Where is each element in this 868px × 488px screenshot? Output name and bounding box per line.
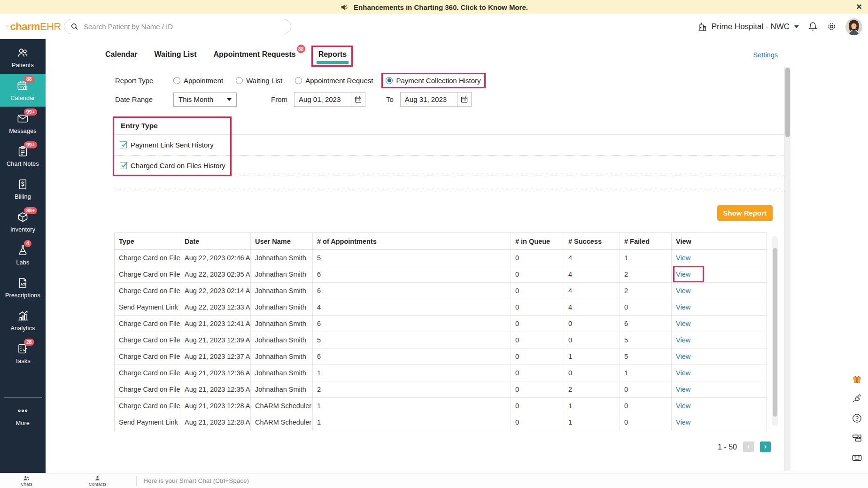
to-date-field [400, 92, 472, 107]
column-header: # Success [564, 233, 620, 250]
panels-icon[interactable] [852, 433, 862, 443]
cell-in_queue: 0 [511, 381, 564, 398]
plug-icon[interactable] [852, 393, 862, 404]
help-icon[interactable] [852, 413, 862, 424]
tab-waiting-list[interactable]: Waiting List [154, 49, 197, 60]
cell-failed: 1 [620, 365, 672, 381]
cell-in_queue: 0 [511, 283, 564, 299]
tasks-icon: 28 [16, 342, 29, 355]
view-link[interactable]: View [676, 336, 690, 344]
sidebar-item-more[interactable]: More [0, 399, 46, 432]
cell-appointments: 6 [313, 266, 511, 283]
scrollbar-thumb[interactable] [785, 68, 790, 137]
chats-dock-button[interactable]: Chats [21, 475, 32, 487]
radio-appointment[interactable]: Appointment [173, 77, 223, 85]
view-link[interactable]: View [676, 254, 690, 262]
tab-reports[interactable]: Reports [318, 49, 347, 60]
divider [136, 476, 137, 486]
sidebar-item-prescriptions[interactable]: RxPrescriptions [0, 271, 46, 304]
cell-date: Aug 22, 2023 02:14 AM [180, 283, 251, 299]
user-avatar[interactable] [845, 18, 862, 35]
sidebar-item-labs[interactable]: 4Labs [0, 238, 46, 271]
chevron-down-icon [227, 98, 232, 101]
prev-page-button[interactable] [743, 442, 754, 452]
view-link[interactable]: View [676, 418, 690, 426]
cell-view: View [672, 349, 767, 365]
table-row: Charge Card on FileAug 22, 2023 02:35 AM… [115, 266, 767, 283]
cell-date: Aug 21, 2023 12:41 AM [180, 316, 251, 332]
analytics-icon [16, 310, 29, 322]
gift-icon[interactable] [852, 373, 862, 384]
tab-calendar[interactable]: Calendar [105, 49, 138, 60]
calendar-picker-icon[interactable] [457, 93, 471, 106]
view-link[interactable]: View [676, 369, 690, 377]
date-range-select[interactable]: This Month [173, 93, 237, 107]
settings-link[interactable]: Settings [753, 51, 778, 59]
radio-icon [236, 77, 243, 84]
keyboard-icon[interactable] [852, 452, 862, 463]
radio-label: Appointment Request [305, 77, 373, 85]
chevron-down-icon [794, 25, 799, 28]
charm-ehr-logo[interactable]: charmEHR [6, 21, 61, 33]
cell-view: View [672, 316, 767, 332]
radio-icon [295, 77, 302, 84]
view-link[interactable]: View [676, 287, 690, 294]
cell-type: Charge Card on File [115, 365, 180, 381]
sidebar-item-messages[interactable]: 99+Messages [0, 107, 46, 139]
payment-collection-table: TypeDateUser Name# of Appointments# in Q… [114, 232, 767, 431]
facility-selector[interactable]: Prime Hospital - NWC [697, 21, 799, 32]
labs-icon: 4 [16, 244, 29, 256]
radio-payment-collection-history[interactable]: Payment Collection History [386, 77, 480, 85]
next-page-button[interactable] [760, 442, 771, 452]
sidebar-item-inventory[interactable]: 99+Inventory [0, 205, 46, 238]
cell-view: View [672, 250, 767, 266]
radio-waiting-list[interactable]: Waiting List [236, 77, 282, 85]
radio-label: Waiting List [246, 77, 282, 85]
cell-success: 4 [564, 283, 620, 299]
scrollbar-thumb[interactable] [773, 248, 777, 417]
view-link[interactable]: View [676, 303, 690, 311]
cell-failed: 2 [620, 283, 672, 299]
checkbox-charged-card-on-files-history[interactable]: Charged Card on Files History [114, 155, 790, 176]
cell-success: 1 [564, 349, 620, 365]
close-icon[interactable]: × [856, 1, 862, 12]
checkbox-icon [120, 162, 127, 169]
view-link[interactable]: View [676, 386, 690, 393]
view-link[interactable]: View [676, 320, 690, 327]
smart-chat-hint[interactable]: Here is your Smart Chat (Ctrl+Space) [143, 477, 249, 484]
gear-icon[interactable] [827, 22, 837, 31]
date-range-value: This Month [178, 95, 213, 103]
cell-success: 1 [564, 414, 620, 431]
sidebar-item-chart-notes[interactable]: 99+Chart Notes [0, 139, 46, 172]
cell-failed: 2 [620, 266, 672, 283]
contacts-dock-button[interactable]: Contacts [89, 475, 107, 487]
announcement-banner[interactable]: Enhancements in Charting 360. Click to K… [0, 0, 868, 14]
cell-type: Charge Card on File [115, 266, 180, 283]
notifications-bell-icon[interactable] [808, 22, 818, 31]
brand-light: EHR [40, 21, 61, 33]
radio-appointment-request[interactable]: Appointment Request [295, 77, 373, 85]
cell-in_queue: 0 [511, 250, 564, 266]
radio-label: Payment Collection History [396, 77, 480, 85]
view-link[interactable]: View [676, 271, 690, 278]
sidebar-item-analytics[interactable]: Analytics [0, 304, 46, 337]
from-date-input[interactable] [294, 93, 351, 106]
sidebar-item-calendar[interactable]: 1288Calendar [0, 74, 46, 107]
sidebar-item-label: Analytics [11, 325, 35, 332]
calendar-picker-icon[interactable] [351, 93, 365, 106]
table-scrollbar[interactable] [772, 236, 778, 426]
patient-search[interactable] [64, 19, 291, 34]
tab-appointment-requests[interactable]: Appointment Requests88 [213, 49, 296, 60]
sidebar-item-tasks[interactable]: 28Tasks [0, 337, 46, 370]
cell-failed: 5 [620, 332, 672, 349]
sidebar-item-patients[interactable]: Patients [0, 41, 46, 74]
checkbox-payment-link-sent-history[interactable]: Payment Link Sent History [114, 135, 790, 155]
view-link[interactable]: View [676, 353, 690, 360]
table-row: Send Payment LinkAug 22, 2023 12:33 AMJo… [115, 299, 767, 316]
panel-scrollbar[interactable] [784, 67, 790, 471]
view-link[interactable]: View [676, 402, 690, 410]
to-date-input[interactable] [401, 93, 457, 106]
search-input[interactable] [84, 23, 285, 31]
sidebar-item-billing[interactable]: Billing [0, 172, 46, 205]
show-report-button[interactable]: Show Report [717, 205, 773, 221]
